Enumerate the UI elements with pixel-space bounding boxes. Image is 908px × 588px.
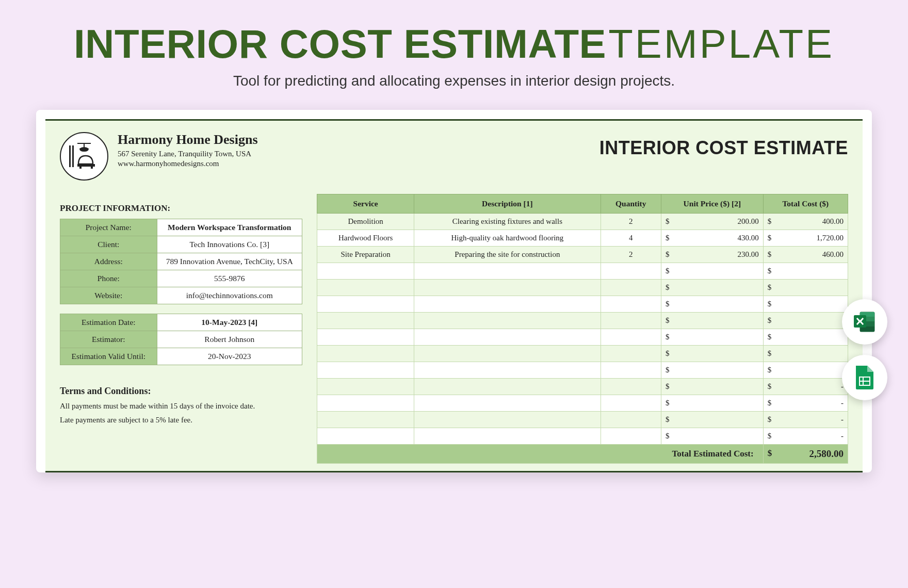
svg-rect-5 [79,167,82,169]
desc-cell: Clearing existing fixtures and walls [414,214,601,230]
cost-header: Service [317,194,414,214]
service-cell [317,346,414,362]
desc-cell [414,379,601,395]
info-label: Phone: [60,270,157,287]
page-title: INTERIOR COST ESTIMATE TEMPLATE [0,0,908,73]
document-card: Harmony Home Designs 567 Serenity Lane, … [36,110,872,472]
table-row: Hardwood Floors High-quality oak hardwoo… [317,230,848,247]
total-cost-cell: $ [763,362,848,379]
desc-cell [414,313,601,329]
info-value: Modern Workspace Transformation [157,219,302,236]
unit-price-cell: $ [661,296,764,313]
total-cost-cell: $460.00 [763,247,848,263]
svg-rect-0 [69,145,71,167]
total-cost-cell: $- [763,379,848,395]
desc-cell [414,296,601,313]
qty-cell [601,395,661,412]
unit-price-cell: $ [661,428,764,445]
cost-header: Unit Price ($) [2] [661,194,764,214]
app-badges [842,299,887,400]
total-cost-cell: $ [763,280,848,296]
qty-cell [601,428,661,445]
table-row: $ $- [317,395,848,412]
total-cost-cell: $ [763,296,848,313]
info-value: Tech Innovations Co. [3] [157,236,302,253]
cost-header: Total Cost ($) [763,194,848,214]
desc-cell [414,329,601,346]
project-info-table: Project Name:Modern Workspace Transforma… [60,219,302,304]
service-cell [317,362,414,379]
table-row: Site Preparation Preparing the site for … [317,247,848,263]
estimation-info-table: Estimation Date:10-May-2023 [4]Estimator… [60,314,302,365]
table-row: $ $ [317,329,848,346]
cost-header: Description [1] [414,194,601,214]
service-cell [317,313,414,329]
cost-table: ServiceDescription [1]QuantityUnit Price… [317,194,848,464]
service-cell: Site Preparation [317,247,414,263]
service-cell [317,395,414,412]
service-cell [317,329,414,346]
qty-cell [601,329,661,346]
document-title: INTERIOR COST ESTIMATE [599,132,848,159]
info-label: Estimation Date: [60,314,157,331]
qty-cell: 2 [601,214,661,230]
company-logo-icon [60,132,108,181]
total-label: Total Estimated Cost: [317,445,764,464]
service-cell [317,412,414,428]
subtitle: Tool for predicting and allocating expen… [0,73,908,89]
unit-price-cell: $200.00 [661,214,764,230]
table-row: $ $ [317,263,848,280]
qty-cell [601,379,661,395]
table-row: $ $- [317,379,848,395]
desc-cell: Preparing the site for construction [414,247,601,263]
qty-cell [601,362,661,379]
company-website: www.harmonyhomedesigns.com [118,159,258,168]
total-row: Total Estimated Cost: $2,580.00 [317,445,848,464]
terms-line: All payments must be made within 15 days… [60,402,302,411]
service-cell: Demolition [317,214,414,230]
info-label: Client: [60,236,157,253]
info-value: 20-Nov-2023 [157,348,302,365]
excel-icon[interactable] [842,299,887,345]
unit-price-cell: $430.00 [661,230,764,247]
info-label: Website: [60,287,157,304]
desc-cell [414,362,601,379]
google-sheets-icon[interactable] [842,355,887,400]
info-value: Robert Johnson [157,331,302,348]
company-name: Harmony Home Designs [118,132,258,148]
total-cost-cell: $400.00 [763,214,848,230]
total-cost-cell: $- [763,428,848,445]
qty-cell [601,412,661,428]
desc-cell [414,428,601,445]
qty-cell [601,280,661,296]
svg-rect-4 [77,164,95,167]
qty-cell: 4 [601,230,661,247]
info-label: Estimator: [60,331,157,348]
unit-price-cell: $230.00 [661,247,764,263]
svg-rect-1 [72,145,74,167]
unit-price-cell: $ [661,412,764,428]
unit-price-cell: $ [661,263,764,280]
desc-cell [414,263,601,280]
title-bold: INTERIOR COST ESTIMATE [74,21,606,67]
service-cell [317,428,414,445]
qty-cell [601,346,661,362]
qty-cell: 2 [601,247,661,263]
table-row: $ $ [317,296,848,313]
qty-cell [601,263,661,280]
total-cost-cell: $- [763,412,848,428]
info-value: info@techinnovations.com [157,287,302,304]
project-info-label: PROJECT INFORMATION: [60,203,302,214]
total-cost-cell: $ [763,329,848,346]
company-address: 567 Serenity Lane, Tranquility Town, USA [118,150,258,158]
title-thin: TEMPLATE [608,21,834,67]
table-row: $ $- [317,412,848,428]
service-cell [317,296,414,313]
total-cost-cell: $ [763,313,848,329]
unit-price-cell: $ [661,329,764,346]
total-cost-cell: $1,720.00 [763,230,848,247]
service-cell [317,379,414,395]
svg-rect-6 [91,167,93,169]
info-value: 555-9876 [157,270,302,287]
table-row: $ $ [317,362,848,379]
